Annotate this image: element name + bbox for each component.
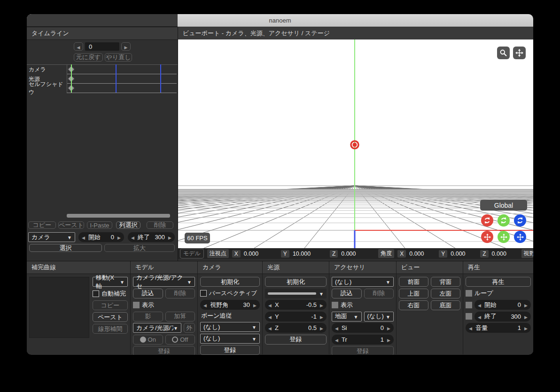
increment-arrow-icon[interactable] — [253, 301, 257, 308]
undo-button[interactable]: 元に戻す — [74, 53, 103, 62]
play-button[interactable]: 再生 — [466, 277, 531, 287]
view-top-button[interactable]: 上面 — [399, 289, 428, 298]
increment-arrow-icon[interactable] — [524, 301, 528, 308]
timeline-delete-button[interactable]: 削除 — [147, 221, 173, 229]
timeline-column-select-button[interactable]: 列選択 — [116, 221, 140, 229]
timeline-horizontal-scrollbar[interactable] — [67, 214, 170, 218]
accessory-register-button[interactable]: 登録 — [332, 346, 394, 355]
accessory-visible-checkbox[interactable] — [332, 302, 338, 308]
interpolation-linear-button[interactable]: 線形補間 — [93, 324, 128, 334]
decrement-arrow-icon[interactable] — [478, 301, 481, 308]
decrement-arrow-icon[interactable] — [469, 324, 472, 331]
camera-reset-button[interactable]: 初期化 — [200, 277, 260, 287]
increment-arrow-icon[interactable] — [524, 324, 528, 331]
accessory-item-dropdown[interactable]: (なし) — [332, 277, 394, 287]
volume-stepper[interactable]: 音量 1 — [466, 323, 531, 333]
decrement-arrow-icon[interactable] — [335, 336, 338, 343]
timeline-start-stepper[interactable]: 開始 0 — [78, 232, 124, 242]
model-add-blend-button[interactable]: 加算 — [165, 312, 195, 321]
model-mode-chip[interactable]: モデル — [180, 249, 204, 259]
decrement-arrow-icon[interactable] — [268, 324, 272, 331]
play-start-checkbox[interactable] — [466, 302, 472, 308]
light-y-stepper[interactable]: Y -1 — [265, 312, 327, 321]
increment-arrow-icon[interactable] — [320, 301, 323, 308]
decrement-arrow-icon[interactable] — [131, 234, 134, 241]
light-register-button[interactable]: 登録 — [265, 335, 327, 345]
decrement-arrow-icon[interactable] — [335, 324, 338, 331]
loop-checkbox[interactable] — [466, 290, 472, 297]
increment-arrow-icon[interactable] — [168, 234, 171, 241]
decrement-arrow-icon[interactable] — [268, 301, 272, 308]
viewport-canvas[interactable]: 60 FPS Global — [178, 39, 533, 248]
auto-interpolation-checkbox[interactable] — [93, 290, 99, 297]
decrement-arrow-icon[interactable] — [478, 313, 481, 320]
accessory-delete-button[interactable]: 削除 — [364, 289, 394, 298]
fov-stepper[interactable]: 視野角 30 — [200, 300, 260, 310]
perspective-checkbox[interactable] — [200, 290, 207, 297]
interpolation-curve-editor[interactable] — [29, 277, 89, 338]
view-front-button[interactable]: 前面 — [399, 277, 428, 287]
track-row-selfshadow[interactable]: セルフシャドウ — [27, 84, 178, 93]
model-follow-dropdown[interactable]: カメラ/光源/ア — [133, 323, 181, 333]
translate-x-gizmo-button[interactable] — [481, 231, 493, 243]
translate-z-gizmo-button[interactable] — [514, 231, 526, 243]
accessory-load-button[interactable]: 読込 — [332, 289, 362, 298]
interpolation-copy-button[interactable]: コピー — [93, 300, 128, 310]
decrement-arrow-icon[interactable] — [203, 301, 207, 308]
model-shadow-button[interactable]: 影 — [133, 312, 163, 321]
play-end-stepper[interactable]: 終了 300 — [474, 312, 531, 321]
camera-follow-model-dropdown[interactable]: (なし) — [200, 322, 260, 332]
play-end-checkbox[interactable] — [466, 313, 472, 320]
rotate-y-gizmo-button[interactable] — [498, 214, 510, 227]
timeline-target-dropdown[interactable]: カメラ — [28, 232, 75, 242]
timeline-paste-button[interactable]: ペースト — [58, 221, 84, 229]
translate-y-gizmo-button[interactable] — [498, 231, 510, 243]
increment-arrow-icon[interactable] — [524, 313, 528, 320]
rotate-x-gizmo-button[interactable] — [481, 214, 493, 227]
frame-index-input[interactable]: 0 — [85, 42, 119, 51]
timeline-inverse-paste-button[interactable]: I-Paste — [87, 221, 112, 229]
viewport-zoom-tool-button[interactable] — [497, 47, 510, 59]
light-reset-button[interactable]: 初期化 — [265, 277, 327, 287]
model-physics-on-button[interactable]: On — [133, 335, 163, 345]
model-visible-checkbox[interactable] — [133, 302, 140, 308]
light-z-stepper[interactable]: Z 0.5 — [265, 323, 327, 333]
timeline-select-button[interactable]: 選択 — [29, 244, 102, 252]
accessory-ground-dropdown[interactable]: 地面 — [332, 312, 362, 321]
increment-arrow-icon[interactable] — [387, 336, 390, 343]
lookat-z-value[interactable]: 0.000 — [341, 251, 375, 257]
timeline-track-area[interactable]: カメラ 光源 セルフシャドウ — [27, 64, 178, 93]
model-register-button[interactable]: 登録 — [133, 346, 195, 355]
angle-x-value[interactable]: 0.000 — [409, 251, 436, 257]
redo-button[interactable]: やり直し — [105, 53, 132, 62]
frame-prev-button[interactable] — [74, 42, 83, 51]
timeline-end-stepper[interactable]: 終了 300 — [128, 232, 175, 242]
accessory-scale-stepper[interactable]: Si 0 — [332, 323, 394, 333]
angle-y-value[interactable]: 0.000 — [451, 251, 477, 257]
light-color-slider[interactable] — [265, 289, 327, 298]
camera-follow-bone-dropdown[interactable]: (なし) — [200, 334, 260, 344]
lookat-y-value[interactable]: 10.000 — [293, 251, 327, 257]
accessory-opacity-stepper[interactable]: Tr 1 — [332, 335, 394, 345]
play-start-stepper[interactable]: 開始 0 — [474, 300, 531, 310]
coordinate-mode-button[interactable]: Global — [480, 200, 527, 211]
timeline-expand-button[interactable]: 拡大 — [104, 244, 175, 252]
angle-z-value[interactable]: 0.000 — [492, 251, 518, 257]
lookat-x-value[interactable]: 0.000 — [244, 251, 278, 257]
decrement-arrow-icon[interactable] — [268, 313, 272, 320]
decrement-arrow-icon[interactable] — [82, 234, 85, 241]
interpolation-paste-button[interactable]: ペースト — [93, 312, 128, 322]
viewport-pan-tool-button[interactable] — [513, 47, 526, 59]
frame-next-button[interactable] — [121, 42, 131, 51]
light-x-stepper[interactable]: X -0.5 — [265, 300, 327, 310]
increment-arrow-icon[interactable] — [320, 313, 323, 320]
model-out-button[interactable]: 外 — [184, 323, 195, 333]
view-back-button[interactable]: 背面 — [431, 277, 460, 287]
interpolation-type-dropdown[interactable]: 移動(X軸 — [93, 277, 128, 287]
view-bottom-button[interactable]: 底面 — [431, 300, 460, 310]
increment-arrow-icon[interactable] — [320, 324, 323, 331]
model-mode-dropdown[interactable]: カメラ/光源/アクセ — [133, 277, 195, 287]
view-left-button[interactable]: 左面 — [431, 289, 460, 298]
model-delete-button[interactable]: 削除 — [165, 289, 195, 298]
view-right-button[interactable]: 右面 — [399, 300, 428, 310]
